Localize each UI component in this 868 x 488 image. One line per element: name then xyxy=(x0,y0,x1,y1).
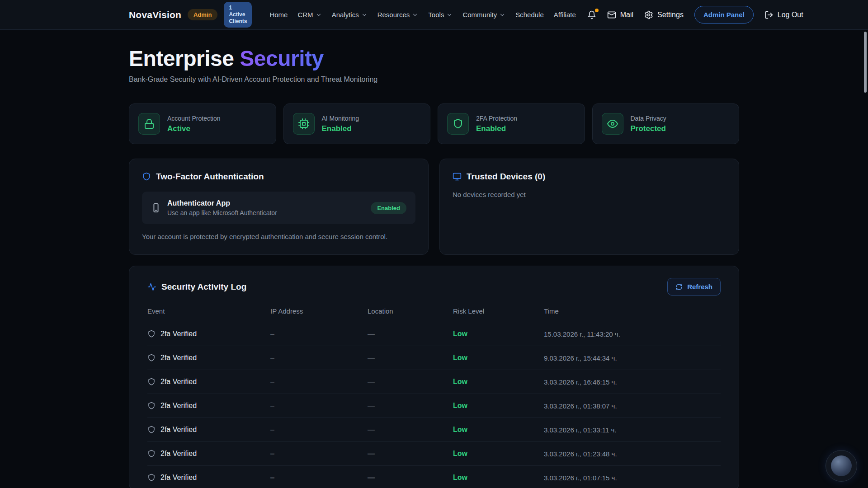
eye-icon xyxy=(607,118,618,129)
column-header-time: Time xyxy=(544,307,721,315)
scrollbar-thumb[interactable] xyxy=(864,32,867,93)
admin-role-badge: Admin xyxy=(188,9,217,20)
shield-icon xyxy=(142,172,151,181)
gear-icon xyxy=(644,10,653,19)
activity-log-title: Security Activity Log xyxy=(161,282,246,292)
nav-item-schedule[interactable]: Schedule xyxy=(510,7,549,22)
security-activity-log-panel: Security Activity Log Refresh Event IP A… xyxy=(129,266,739,488)
log-time: 3.03.2026 г., 01:07:15 ч. xyxy=(544,474,721,482)
two-factor-note: Your account is protected by encrypted a… xyxy=(142,233,415,240)
status-label: Account Protection xyxy=(167,115,221,122)
shield-icon xyxy=(453,118,463,129)
column-header-risk: Risk Level xyxy=(453,307,544,315)
nav-item-home[interactable]: Home xyxy=(264,7,292,22)
page-title-accent: Security xyxy=(240,47,323,70)
chevron-down-icon xyxy=(316,12,322,18)
status-value: Enabled xyxy=(322,124,359,133)
status-value: Enabled xyxy=(476,124,517,133)
refresh-icon xyxy=(675,283,683,291)
activity-icon xyxy=(147,282,156,291)
column-header-event: Event xyxy=(147,307,270,315)
table-row: 2fa Verified – — Low 3.03.2026 г., 01:23… xyxy=(147,442,721,466)
log-time: 3.03.2026 г., 01:38:07 ч. xyxy=(544,402,721,410)
log-ip: – xyxy=(270,402,368,410)
logout-icon xyxy=(764,10,774,19)
log-risk: Low xyxy=(453,426,544,434)
top-navbar: NovaVision Admin 1 Active Clients Home C… xyxy=(0,0,868,30)
status-label: 2FA Protection xyxy=(476,115,517,122)
notification-dot xyxy=(595,9,599,12)
admin-panel-button[interactable]: Admin Panel xyxy=(694,6,754,23)
log-risk: Low xyxy=(453,402,544,410)
status-label: AI Monitoring xyxy=(322,115,359,122)
trusted-devices-empty-state: No devices recorded yet xyxy=(453,191,726,198)
status-card-ai-monitoring: AI Monitoring Enabled xyxy=(283,103,431,144)
table-row: 2fa Verified – — Low 9.03.2026 г., 15:44… xyxy=(147,346,721,370)
log-ip: – xyxy=(270,450,368,458)
shield-icon xyxy=(147,354,156,362)
active-clients-badge: 1 Active Clients xyxy=(224,2,252,28)
mail-button[interactable]: Mail xyxy=(607,10,633,19)
log-location: — xyxy=(368,402,453,410)
column-header-ip: IP Address xyxy=(270,307,368,315)
page-subtitle: Bank-Grade Security with AI-Driven Accou… xyxy=(129,75,739,84)
log-ip: – xyxy=(270,354,368,362)
logout-button[interactable]: Log Out xyxy=(764,10,803,19)
refresh-button[interactable]: Refresh xyxy=(667,278,721,296)
table-header-row: Event IP Address Location Risk Level Tim… xyxy=(147,307,721,322)
nav-item-crm[interactable]: CRM xyxy=(292,7,326,22)
chevron-down-icon xyxy=(412,12,418,18)
nav-item-community[interactable]: Community xyxy=(458,7,510,22)
method-title: Authenticator App xyxy=(167,199,277,207)
nav-item-analytics[interactable]: Analytics xyxy=(327,7,373,22)
nav-item-affiliate[interactable]: Affiliate xyxy=(549,7,581,22)
log-event: 2fa Verified xyxy=(160,474,197,482)
brand-logo[interactable]: NovaVision xyxy=(129,9,181,20)
log-time: 3.03.2026 г., 16:46:15 ч. xyxy=(544,378,721,386)
log-time: 15.03.2026 г., 11:43:20 ч. xyxy=(544,330,721,338)
chat-widget-button[interactable] xyxy=(826,450,857,482)
log-event: 2fa Verified xyxy=(160,426,197,434)
log-time: 3.03.2026 г., 01:23:48 ч. xyxy=(544,450,721,458)
chevron-down-icon xyxy=(499,12,505,18)
security-status-cards: Account Protection Active AI Monitoring … xyxy=(129,103,739,144)
two-factor-title: Two-Factor Authentication xyxy=(156,172,264,182)
status-value: Active xyxy=(167,124,221,133)
settings-button[interactable]: Settings xyxy=(644,10,684,19)
notifications-button[interactable] xyxy=(587,10,596,19)
log-location: — xyxy=(368,450,453,458)
log-event: 2fa Verified xyxy=(160,450,197,458)
log-location: — xyxy=(368,426,453,434)
chat-avatar xyxy=(831,455,852,476)
status-label: Data Privacy xyxy=(631,115,666,122)
status-card-account-protection: Account Protection Active xyxy=(129,103,276,144)
nav-item-resources[interactable]: Resources xyxy=(373,7,424,22)
two-factor-panel: Two-Factor Authentication Authenticator … xyxy=(129,159,429,255)
nav-item-tools[interactable]: Tools xyxy=(423,7,458,22)
log-ip: – xyxy=(270,330,368,338)
log-risk: Low xyxy=(453,450,544,458)
log-risk: Low xyxy=(453,474,544,482)
shield-icon xyxy=(147,474,156,482)
enabled-badge: Enabled xyxy=(371,202,406,214)
table-row: 2fa Verified – — Low 3.03.2026 г., 01:07… xyxy=(147,466,721,488)
method-description: Use an app like Microsoft Authenticator xyxy=(167,209,277,216)
page-title: Enterprise Security xyxy=(129,46,739,71)
log-event: 2fa Verified xyxy=(160,378,197,386)
log-risk: Low xyxy=(453,330,544,338)
activity-log-table: Event IP Address Location Risk Level Tim… xyxy=(147,307,721,488)
column-header-location: Location xyxy=(368,307,453,315)
shield-icon xyxy=(147,450,156,458)
log-ip: – xyxy=(270,474,368,482)
table-row: 2fa Verified – — Low 3.03.2026 г., 01:33… xyxy=(147,418,721,442)
log-location: — xyxy=(368,378,453,386)
authenticator-app-row: Authenticator App Use an app like Micros… xyxy=(142,192,415,224)
log-event: 2fa Verified xyxy=(160,354,197,362)
table-row: 2fa Verified – — Low 15.03.2026 г., 11:4… xyxy=(147,322,721,346)
status-value: Protected xyxy=(631,124,666,133)
ai-chip-icon xyxy=(298,118,309,129)
shield-icon xyxy=(147,426,156,434)
log-location: — xyxy=(368,474,453,482)
shield-icon xyxy=(147,330,156,338)
status-card-2fa-protection: 2FA Protection Enabled xyxy=(438,103,585,144)
